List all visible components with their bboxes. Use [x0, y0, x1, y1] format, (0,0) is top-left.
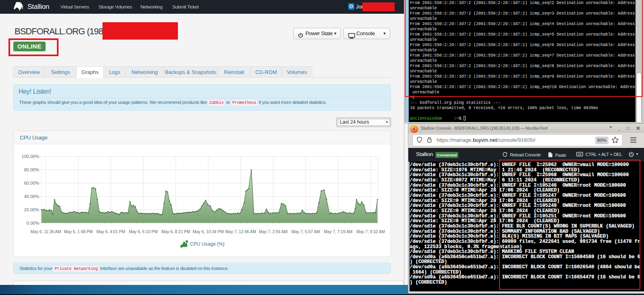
- svg-text:May 7, 7:19 AM: May 7, 7:19 AM: [324, 230, 353, 234]
- svg-text:May 6, 1:48 PM: May 6, 1:48 PM: [64, 230, 92, 234]
- svg-text:May 6, 4:01 PM: May 6, 4:01 PM: [96, 230, 125, 234]
- svg-text:20.00%: 20.00%: [24, 207, 40, 212]
- svg-text:May 7, 5:07 AM: May 7, 5:07 AM: [291, 230, 320, 234]
- svg-text:May 7, 9:32 AM: May 7, 9:32 AM: [356, 230, 385, 234]
- svg-text:60.00%: 60.00%: [24, 181, 40, 185]
- svg-text:May 6, 10:34 PM: May 6, 10:34 PM: [193, 230, 224, 234]
- svg-text:May 6, 6:10 PM: May 6, 6:10 PM: [129, 230, 157, 234]
- svg-text:May 6, 8:21 PM: May 6, 8:21 PM: [161, 230, 190, 234]
- svg-text:100.00%: 100.00%: [22, 154, 40, 159]
- svg-text:0.00%: 0.00%: [27, 221, 39, 225]
- svg-text:May 6, 11:36 AM: May 6, 11:36 AM: [31, 230, 61, 234]
- svg-text:May 7, 2:56 AM: May 7, 2:56 AM: [259, 230, 288, 234]
- svg-text:40.00%: 40.00%: [24, 194, 40, 199]
- svg-text:80.00%: 80.00%: [24, 167, 40, 172]
- svg-text:May 7, 12:46 AM: May 7, 12:46 AM: [225, 230, 256, 234]
- svg-text:CPU Usage (%): CPU Usage (%): [190, 241, 224, 247]
